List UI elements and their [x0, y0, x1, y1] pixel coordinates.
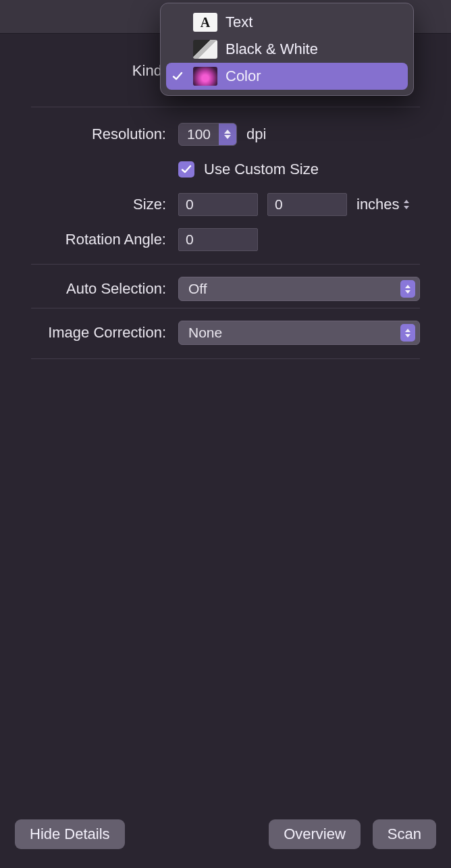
resolution-unit: dpi	[246, 126, 266, 143]
auto-selection-value: Off	[188, 281, 207, 297]
footer-toolbar: Hide Details Overview Scan	[0, 807, 451, 868]
use-custom-size-checkbox[interactable]	[178, 161, 194, 178]
size-width-input[interactable]	[178, 193, 258, 216]
rotation-input[interactable]	[178, 228, 258, 251]
kind-option-label: Color	[226, 67, 261, 85]
kind-option-text[interactable]: A Text	[166, 9, 408, 36]
size-row: Size: inches	[31, 187, 420, 222]
rotation-label: Rotation Angle:	[31, 231, 166, 248]
resolution-label: Resolution:	[31, 126, 166, 143]
color-thumbnail-icon	[193, 67, 217, 86]
overview-button[interactable]: Overview	[269, 819, 361, 849]
kind-label: Kind:	[31, 62, 166, 80]
image-correction-popup[interactable]: None	[178, 321, 420, 345]
popup-arrows-icon	[400, 324, 415, 342]
kind-option-bw[interactable]: Black & White	[166, 36, 408, 63]
size-unit-select[interactable]: inches	[356, 196, 409, 213]
popup-arrows-icon	[400, 280, 415, 298]
size-unit-label: inches	[356, 196, 400, 213]
hide-details-button[interactable]: Hide Details	[15, 819, 125, 849]
kind-option-label: Text	[226, 13, 253, 31]
scan-button[interactable]: Scan	[373, 819, 436, 849]
updown-arrows-icon	[404, 200, 409, 209]
rotation-row: Rotation Angle:	[31, 222, 420, 257]
stepper-arrows-icon[interactable]	[219, 124, 236, 145]
size-label: Size:	[31, 196, 166, 213]
image-correction-row: Image Correction: None	[31, 308, 420, 345]
checkmark-icon	[181, 164, 192, 175]
size-height-input[interactable]	[267, 193, 347, 216]
use-custom-size-row: Use Custom Size	[31, 152, 420, 187]
kind-option-color[interactable]: Color	[166, 63, 408, 90]
auto-selection-label: Auto Selection:	[31, 280, 166, 298]
separator-1	[31, 107, 420, 107]
use-custom-size-label: Use Custom Size	[204, 161, 319, 178]
image-correction-value: None	[188, 325, 222, 341]
separator-4	[31, 358, 420, 359]
kind-dropdown-menu[interactable]: A Text Black & White Color	[160, 3, 414, 96]
bw-thumbnail-icon	[193, 40, 217, 59]
image-correction-label: Image Correction:	[31, 324, 166, 342]
resolution-stepper[interactable]: 100	[178, 123, 237, 146]
auto-selection-popup[interactable]: Off	[178, 277, 420, 301]
auto-selection-row: Auto Selection: Off	[31, 264, 420, 301]
checkmark-icon	[170, 71, 185, 82]
kind-option-label: Black & White	[226, 40, 318, 58]
resolution-value: 100	[179, 124, 219, 145]
text-thumbnail-icon: A	[193, 13, 217, 32]
resolution-row: Resolution: 100 dpi	[31, 117, 420, 152]
